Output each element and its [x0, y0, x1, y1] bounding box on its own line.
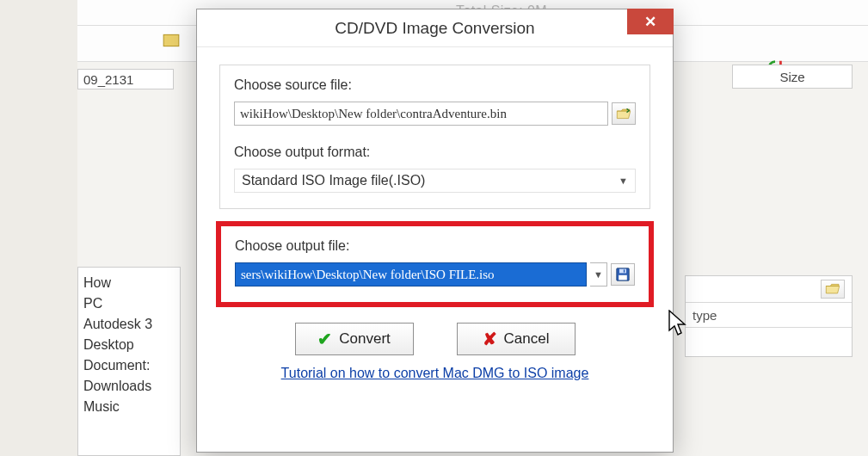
svg-rect-2 [619, 275, 627, 280]
bg-type-folder-button[interactable] [821, 280, 845, 299]
bg-file-tab-label: 09_2131 [83, 72, 133, 87]
browse-source-button[interactable] [612, 102, 636, 125]
source-format-group: Choose source file: wikiHow\Desktop\New … [219, 65, 650, 209]
dialog-actions: ✔ Convert ✘ Cancel [219, 323, 650, 355]
sidebar-item: Desktop [83, 335, 175, 355]
svg-rect-3 [619, 269, 626, 274]
folder-open-icon [616, 108, 631, 120]
svg-rect-0 [163, 34, 179, 46]
output-file-row: sers\wikiHow\Desktop\New folder\ISO FILE… [235, 262, 635, 287]
size-header-text: Size [779, 70, 804, 84]
chevron-down-icon: ▼ [619, 176, 628, 186]
cancel-button-label: Cancel [504, 330, 550, 348]
output-format-select[interactable]: Standard ISO Image file(.ISO) ▼ [234, 169, 636, 193]
cancel-button[interactable]: ✘ Cancel [457, 323, 576, 355]
output-file-input[interactable]: sers\wikiHow\Desktop\New folder\ISO FILE… [235, 262, 587, 287]
save-icon [616, 268, 630, 281]
svg-rect-4 [624, 269, 625, 272]
bg-type-panel: type [685, 275, 853, 357]
sidebar-item: PC [83, 293, 175, 314]
save-output-button[interactable] [611, 263, 635, 286]
sidebar-item: Document: [83, 355, 175, 376]
bg-size-column-header: Size [732, 65, 853, 89]
chevron-down-icon: ▼ [594, 269, 603, 280]
checkmark-icon: ✔ [317, 329, 332, 349]
source-file-row: wikiHow\Desktop\New folder\contraAdventu… [234, 102, 636, 126]
output-format-value: Standard ISO Image file(.ISO) [242, 173, 425, 188]
x-icon: ✘ [483, 329, 497, 349]
dialog-title: CD/DVD Image Conversion [335, 19, 534, 38]
bg-type-header: type [693, 308, 717, 323]
bg-sidebar: How PC Autodesk 3 Desktop Document: Down… [77, 267, 181, 456]
bg-file-tab: 09_2131 [77, 69, 174, 89]
convert-button-label: Convert [339, 330, 391, 348]
source-file-input[interactable]: wikiHow\Desktop\New folder\contraAdventu… [234, 102, 608, 126]
sidebar-item: Autodesk 3 [83, 314, 175, 335]
output-file-value: sers\wikiHow\Desktop\New folder\ISO FILE… [241, 268, 495, 282]
output-format-label: Choose output format: [234, 145, 636, 160]
output-file-group-highlighted: Choose output file: sers\wikiHow\Desktop… [216, 221, 654, 307]
sidebar-item: Downloads [83, 376, 175, 397]
source-file-value: wikiHow\Desktop\New folder\contraAdventu… [240, 107, 507, 121]
output-file-dropdown[interactable]: ▼ [590, 262, 607, 287]
sidebar-item: Music [83, 397, 175, 417]
generic-toolbar-icon [162, 31, 181, 50]
sidebar-item: How [83, 273, 175, 293]
conversion-dialog: CD/DVD Image Conversion ✕ Choose source … [196, 9, 674, 453]
dialog-body: Choose source file: wikiHow\Desktop\New … [197, 47, 673, 390]
dialog-titlebar: CD/DVD Image Conversion ✕ [197, 9, 673, 47]
source-file-label: Choose source file: [234, 77, 636, 93]
close-icon: ✕ [644, 13, 656, 31]
close-button[interactable]: ✕ [627, 9, 674, 34]
tutorial-link[interactable]: Tutorial on how to convert Mac DMG to IS… [219, 366, 650, 381]
left-gutter [0, 0, 77, 456]
convert-button[interactable]: ✔ Convert [295, 323, 414, 355]
output-file-label: Choose output file: [235, 238, 635, 254]
